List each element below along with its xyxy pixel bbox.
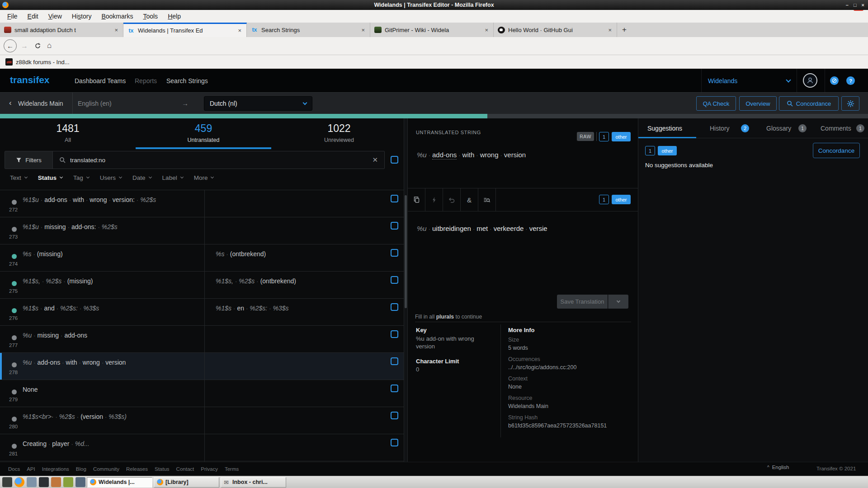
string-row-275[interactable]: %1$s,·%2$s·(missing)%1$s,·%2$s·(ontbreke… — [0, 272, 404, 299]
menu-history[interactable]: History — [67, 13, 97, 20]
settings-button[interactable] — [841, 96, 859, 111]
special-characters-icon[interactable]: & — [461, 188, 478, 211]
tab-small-addaption-dutch-t[interactable]: small addaption Dutch t× — [0, 23, 123, 37]
launcher-app-green[interactable] — [63, 477, 73, 487]
row-checkbox[interactable] — [391, 303, 398, 311]
string-row-280[interactable]: %1$s<br>··%2$s·(version·%3$s)280 — [0, 407, 404, 434]
filter-menu-status[interactable]: Status — [38, 174, 62, 181]
target-language-select[interactable]: Dutch (nl) — [204, 96, 312, 111]
tab-close-button[interactable]: × — [113, 27, 119, 33]
launcher-app-gray[interactable] — [27, 477, 37, 487]
filter-menu-text[interactable]: Text — [10, 174, 27, 181]
footer-link-privacy[interactable]: Privacy — [201, 466, 218, 472]
launcher-app-orange[interactable] — [51, 477, 61, 487]
tab-close-button[interactable]: × — [607, 27, 613, 33]
restore-button[interactable]: □ — [854, 2, 857, 8]
taskbar-window-library[interactable]: [Library] — [154, 477, 219, 488]
tab-close-button[interactable]: × — [360, 27, 366, 33]
plural-tab-1[interactable]: 1 — [599, 195, 609, 204]
overview-button[interactable]: Overview — [739, 96, 777, 111]
tab-gitprimer-wiki-widela[interactable]: GitPrimer - Wiki - Widela× — [370, 23, 494, 37]
footer-link-api[interactable]: API — [27, 466, 35, 472]
tab-comments[interactable]: Comments — [821, 125, 851, 132]
raw-toggle-button[interactable]: RAW — [577, 132, 594, 141]
concordance-button[interactable]: Concordance — [779, 96, 839, 111]
row-checkbox[interactable] — [391, 385, 398, 392]
footer-link-releases[interactable]: Releases — [126, 466, 148, 472]
taskbar-window-inbox-chri[interactable]: ✉Inbox - chri... — [221, 477, 286, 488]
row-checkbox[interactable] — [391, 357, 398, 365]
plural-tab-1[interactable]: 1 — [599, 132, 609, 141]
tab-search-strings[interactable]: txSearch Strings× — [247, 23, 370, 37]
string-row-274[interactable]: %s·(missing)%s·(ontbrekend)274 — [0, 244, 404, 272]
list-scrollbar[interactable] — [404, 118, 408, 462]
resource-breadcrumb[interactable]: Widelands Main — [18, 100, 63, 107]
string-row-273[interactable]: %1$u·missing·add-ons:·%2$s273 — [0, 217, 404, 244]
select-all-checkbox[interactable] — [391, 156, 398, 164]
tab-suggestions[interactable]: Suggestions — [647, 125, 682, 132]
plural-tab-other[interactable]: other — [612, 132, 631, 141]
menu-file[interactable]: File — [2, 13, 23, 20]
reload-button[interactable] — [34, 42, 41, 49]
footer-link-community[interactable]: Community — [93, 466, 119, 472]
tab-hello-world-github-gui[interactable]: Hello World · GitHub Gui× — [494, 23, 617, 37]
row-checkbox[interactable] — [391, 412, 398, 419]
row-checkbox[interactable] — [391, 195, 398, 202]
string-row-277[interactable]: %u·missing·add-ons277 — [0, 326, 404, 353]
new-tab-button[interactable]: + — [617, 23, 632, 37]
launcher-show-desktop[interactable] — [2, 477, 12, 487]
tab-close-button[interactable]: × — [237, 27, 242, 34]
launcher-file-manager[interactable] — [75, 477, 85, 487]
launcher-app-dark-grid[interactable] — [39, 477, 49, 487]
save-translation-button[interactable]: Save Translation — [557, 295, 608, 309]
menu-tools[interactable]: Tools — [138, 13, 163, 20]
row-checkbox[interactable] — [391, 249, 398, 257]
stat-tab-untranslated[interactable]: 459Untranslated — [136, 118, 271, 149]
filter-menu-users[interactable]: Users — [100, 174, 122, 181]
menu-bookmarks[interactable]: Bookmarks — [96, 13, 138, 20]
filter-search-input[interactable]: translated:no ✕ — [53, 156, 384, 164]
footer-link-integrations[interactable]: Integrations — [42, 466, 69, 472]
string-row-278[interactable]: %u·add-ons·with·wrong·version278 — [0, 353, 404, 380]
transifex-logo[interactable]: transifex — [10, 75, 50, 85]
search-replace-icon[interactable] — [478, 188, 496, 211]
menu-view[interactable]: View — [43, 13, 67, 20]
org-selector[interactable]: Widelands — [708, 77, 737, 84]
taskbar-window-widelands[interactable]: Widelands |... — [87, 477, 152, 488]
home-button[interactable]: ⌂ — [47, 41, 52, 50]
filter-menu-tag[interactable]: Tag — [73, 174, 89, 181]
row-checkbox[interactable] — [391, 439, 398, 446]
row-checkbox[interactable] — [391, 222, 398, 230]
filter-menu-label[interactable]: Label — [162, 174, 183, 181]
plural-tab-other[interactable]: other — [658, 146, 677, 155]
string-row-276[interactable]: %1$s·and·%2$s:·%3$s%1$s·en·%2$s:·%3$s276 — [0, 299, 404, 326]
concordance-button[interactable]: Concordance — [813, 143, 860, 158]
string-row-272[interactable]: %1$u·add-ons·with·wrong·version:·%2$s272 — [0, 190, 404, 217]
translation-input[interactable]: %u·uitbreidingen·met·verkeerde·versie — [417, 225, 547, 232]
stat-tab-unreviewed[interactable]: 1022Unreviewed — [271, 118, 407, 149]
help-icon[interactable]: ? — [846, 76, 855, 85]
avatar[interactable] — [803, 73, 817, 88]
plural-tab-other[interactable]: other — [612, 195, 631, 204]
nav-dashboard[interactable]: Dashboard — [75, 77, 106, 84]
nav-teams[interactable]: Teams — [107, 77, 126, 84]
menu-help[interactable]: Help — [163, 13, 186, 20]
string-row-279[interactable]: None279 — [0, 380, 404, 407]
nav-search-strings[interactable]: Search Strings — [166, 77, 208, 84]
footer-link-docs[interactable]: Docs — [8, 466, 20, 472]
plural-tab-1[interactable]: 1 — [645, 146, 655, 155]
back-chevron-icon[interactable]: ‹ — [9, 99, 12, 108]
save-options-chevron[interactable] — [608, 295, 628, 309]
row-checkbox[interactable] — [391, 276, 398, 284]
footer-link-contact[interactable]: Contact — [176, 466, 194, 472]
footer-link-blog[interactable]: Blog — [76, 466, 86, 472]
copy-source-icon[interactable] — [408, 188, 425, 211]
scrollbar-thumb[interactable] — [405, 195, 407, 308]
tab-glossary[interactable]: Glossary — [766, 125, 791, 132]
stat-tab-all[interactable]: 1481All — [0, 118, 136, 149]
nav-reports[interactable]: Reports — [135, 77, 157, 84]
back-button[interactable]: ← — [4, 39, 17, 52]
forward-button[interactable]: → — [21, 42, 28, 50]
tab-close-button[interactable]: × — [484, 27, 489, 33]
tab-history[interactable]: History — [710, 125, 730, 132]
